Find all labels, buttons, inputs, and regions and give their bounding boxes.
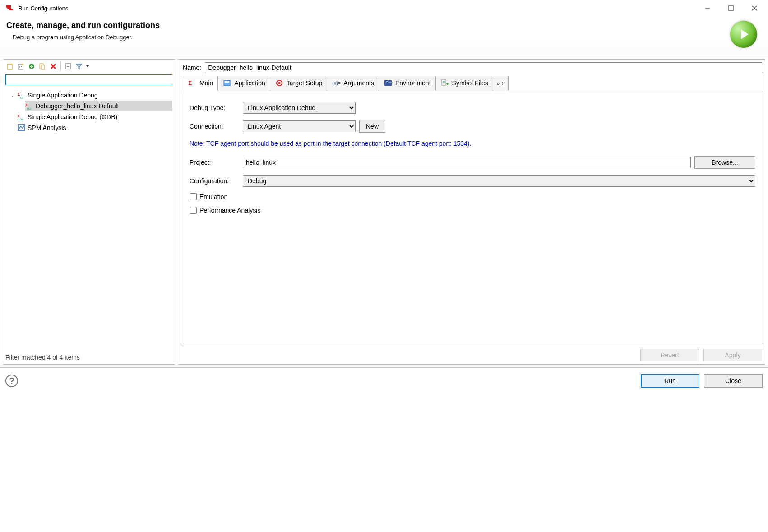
browse-project-button[interactable]: Browse... bbox=[694, 156, 755, 169]
tree-item-single-app-debug-gdb[interactable]: ΣGDB Single Application Debug (GDB) bbox=[17, 111, 172, 122]
titlebar: Run Configurations bbox=[0, 0, 768, 16]
minimize-button[interactable] bbox=[696, 0, 719, 16]
svg-rect-12 bbox=[41, 65, 45, 69]
performance-analysis-label: Performance Analysis bbox=[199, 207, 260, 214]
chevron-right-icon: » bbox=[497, 81, 500, 86]
performance-analysis-checkbox[interactable] bbox=[190, 207, 197, 214]
svg-rect-1 bbox=[729, 6, 733, 10]
tab-label: Application bbox=[234, 79, 265, 87]
tab-symbol-files[interactable]: Symbol Files bbox=[435, 76, 493, 91]
application-tab-icon bbox=[222, 79, 231, 87]
tree-item-spm-analysis[interactable]: SPM Analysis bbox=[17, 122, 172, 133]
apply-button[interactable]: Apply bbox=[703, 349, 762, 361]
svg-rect-32 bbox=[442, 80, 446, 85]
svg-text:Σ: Σ bbox=[18, 92, 20, 97]
configuration-select[interactable]: Debug bbox=[243, 175, 755, 187]
svg-text:Σ: Σ bbox=[188, 79, 192, 87]
left-toolbar: P bbox=[4, 60, 174, 73]
close-button[interactable] bbox=[743, 0, 766, 16]
svg-marker-17 bbox=[86, 65, 89, 67]
target-tab-icon bbox=[275, 79, 284, 87]
tab-label: Symbol Files bbox=[452, 79, 488, 87]
debug-type-select[interactable]: Linux Application Debug bbox=[243, 102, 356, 114]
tab-main-body: Debug Type: Linux Application Debug Conn… bbox=[183, 91, 762, 344]
configuration-editor: Name: Σ Main Application Target Setup (x… bbox=[178, 59, 765, 365]
tab-label: Environment bbox=[395, 79, 431, 87]
header-title: Create, manage, and run configurations bbox=[6, 21, 730, 30]
configurations-tree[interactable]: ⌄ ΣTCF Single Application Debug ΣTCF Deb… bbox=[4, 87, 174, 351]
new-configuration-button[interactable] bbox=[5, 61, 15, 72]
tab-overflow[interactable]: »3 bbox=[493, 76, 509, 91]
svg-rect-27 bbox=[225, 81, 229, 83]
svg-text:TCF: TCF bbox=[19, 97, 24, 99]
overflow-count: 3 bbox=[502, 81, 505, 86]
emulation-label: Emulation bbox=[199, 193, 227, 200]
debug-type-label: Debug Type: bbox=[190, 104, 239, 111]
new-connection-button[interactable]: New bbox=[359, 120, 385, 133]
close-dialog-button[interactable]: Close bbox=[704, 374, 763, 388]
export-button[interactable] bbox=[26, 61, 37, 72]
svg-text:Σ: Σ bbox=[18, 114, 20, 118]
help-button[interactable]: ? bbox=[5, 375, 18, 387]
filter-dropdown-button[interactable] bbox=[84, 61, 91, 72]
run-hero-icon bbox=[730, 21, 757, 48]
connection-note: Note: TCF agent port should be used as p… bbox=[190, 139, 755, 150]
tcf-debug-icon: ΣTCF bbox=[17, 91, 26, 99]
emulation-checkbox[interactable] bbox=[190, 193, 197, 200]
tcf-debug-icon: ΣTCF bbox=[25, 102, 34, 110]
gdb-debug-icon: ΣGDB bbox=[17, 113, 26, 121]
tab-label: Target Setup bbox=[287, 79, 322, 87]
filter-status: Filter matched 4 of 4 items bbox=[4, 351, 174, 364]
revert-button[interactable]: Revert bbox=[640, 349, 699, 361]
app-icon bbox=[5, 4, 14, 13]
delete-button[interactable] bbox=[48, 61, 59, 72]
svg-point-29 bbox=[278, 82, 280, 84]
arguments-tab-icon: (x)= bbox=[332, 79, 341, 87]
tab-target-setup[interactable]: Target Setup bbox=[270, 76, 327, 91]
chart-icon bbox=[17, 124, 26, 132]
duplicate-button[interactable] bbox=[37, 61, 48, 72]
project-input[interactable] bbox=[243, 157, 691, 168]
tree-item-single-app-debug[interactable]: ⌄ ΣTCF Single Application Debug bbox=[9, 90, 172, 101]
tree-item-debugger-hello-linux[interactable]: ΣTCF Debugger_hello_linux-Default bbox=[25, 101, 172, 111]
svg-text:GDB: GDB bbox=[18, 118, 23, 120]
environment-tab-icon bbox=[384, 79, 393, 87]
tab-label: Main bbox=[199, 79, 213, 87]
tab-arguments[interactable]: (x)= Arguments bbox=[327, 76, 379, 91]
tab-application[interactable]: Application bbox=[217, 76, 270, 91]
tab-main[interactable]: Σ Main bbox=[183, 76, 218, 91]
project-label: Project: bbox=[190, 159, 239, 166]
maximize-button[interactable] bbox=[719, 0, 743, 16]
collapse-all-button[interactable] bbox=[63, 61, 74, 72]
main-tab-icon: Σ bbox=[188, 79, 197, 87]
tree-item-label: Single Application Debug (GDB) bbox=[28, 113, 117, 120]
name-input[interactable] bbox=[205, 62, 762, 73]
connection-select[interactable]: Linux Agent bbox=[243, 120, 356, 132]
tab-environment[interactable]: Environment bbox=[379, 76, 436, 91]
expand-toggle-icon[interactable]: ⌄ bbox=[9, 92, 17, 99]
footer: ? Run Close bbox=[0, 368, 768, 394]
filter-button[interactable] bbox=[74, 61, 84, 72]
run-button[interactable]: Run bbox=[641, 374, 699, 388]
svg-text:TCF: TCF bbox=[27, 107, 32, 110]
symbol-files-tab-icon bbox=[440, 79, 449, 87]
header: Create, manage, and run configurations D… bbox=[0, 16, 768, 56]
configurations-panel: P ⌄ ΣTCF Single Application Debug ΣTCF D… bbox=[3, 59, 175, 365]
window-title: Run Configurations bbox=[18, 5, 696, 12]
new-prototype-button[interactable]: P bbox=[15, 61, 26, 72]
tree-item-label: Debugger_hello_linux-Default bbox=[36, 102, 119, 110]
toolbar-separator bbox=[60, 62, 61, 71]
svg-marker-4 bbox=[741, 29, 749, 39]
svg-text:(x)=: (x)= bbox=[332, 80, 340, 86]
svg-point-9 bbox=[22, 64, 23, 65]
header-subtitle: Debug a program using Application Debugg… bbox=[13, 34, 730, 41]
connection-label: Connection: bbox=[190, 123, 239, 130]
filter-input[interactable] bbox=[5, 74, 172, 85]
tree-item-label: Single Application Debug bbox=[28, 92, 98, 99]
name-label: Name: bbox=[183, 64, 201, 71]
tree-item-label: SPM Analysis bbox=[28, 124, 66, 131]
svg-text:P: P bbox=[19, 65, 22, 69]
tabs: Σ Main Application Target Setup (x)= Arg… bbox=[183, 76, 762, 91]
svg-point-6 bbox=[11, 64, 13, 65]
tab-label: Arguments bbox=[343, 79, 374, 87]
